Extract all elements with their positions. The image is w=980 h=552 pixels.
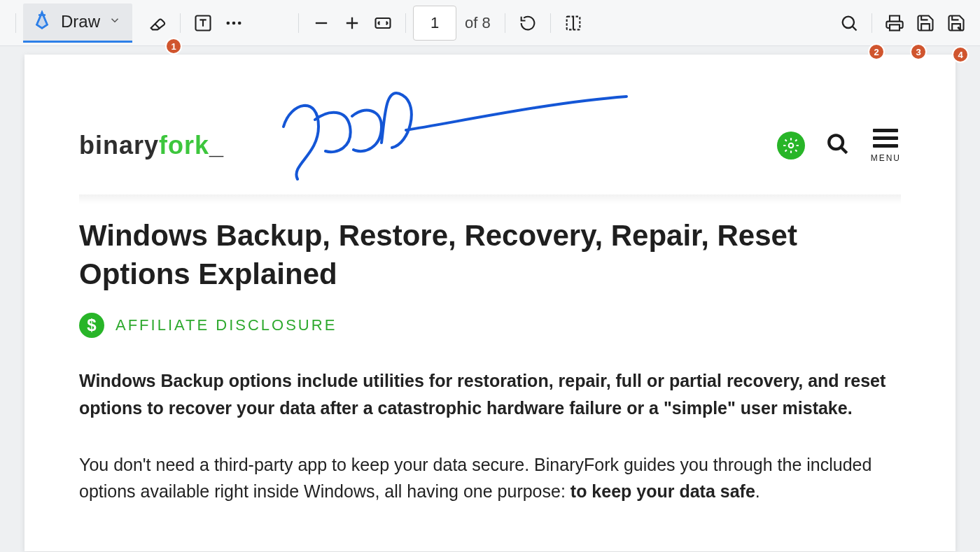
affiliate-disclosure[interactable]: $ AFFILIATE DISCLOSURE: [79, 313, 901, 338]
separator: [405, 13, 406, 33]
pdf-page: binaryfork_ MENU Windows Backup, Restore…: [24, 55, 955, 551]
text: .: [755, 481, 760, 501]
svg-point-2: [232, 21, 236, 24]
article-paragraph: You don't need a third-party app to keep…: [79, 451, 901, 506]
site-search-button[interactable]: [826, 132, 850, 159]
draw-tool-button[interactable]: Draw: [23, 3, 132, 43]
hamburger-icon: [871, 129, 901, 148]
print-button[interactable]: [879, 8, 910, 38]
separator: [298, 13, 299, 33]
separator: [505, 13, 505, 33]
page-view-button[interactable]: [558, 8, 589, 38]
eraser-button[interactable]: [142, 8, 173, 38]
more-tools-button[interactable]: [218, 8, 249, 38]
svg-point-3: [238, 21, 241, 24]
callout-badge-2: 2: [868, 43, 885, 60]
menu-label: MENU: [871, 153, 901, 163]
svg-point-6: [843, 16, 854, 27]
logo-text-2: fork: [159, 131, 209, 160]
site-logo[interactable]: binaryfork_: [79, 131, 223, 160]
settings-gear-icon[interactable]: [777, 132, 805, 160]
callout-badge-3: 3: [910, 43, 927, 60]
svg-point-1: [227, 21, 230, 24]
separator: [872, 13, 872, 33]
page-total-label: of 8: [465, 14, 491, 32]
chevron-down-icon: [108, 14, 121, 29]
save-button[interactable]: [910, 8, 941, 38]
zoom-out-button[interactable]: [306, 8, 337, 38]
separator: [15, 13, 16, 33]
logo-cursor: _: [209, 131, 223, 160]
callout-badge-4: 4: [952, 46, 969, 63]
page-number-input[interactable]: [413, 6, 456, 41]
article-lead: Windows Backup options include utilities…: [79, 367, 901, 422]
draw-tool-label: Draw: [61, 12, 100, 31]
zoom-in-button[interactable]: [337, 8, 368, 38]
text-tool-button[interactable]: [188, 8, 218, 38]
dollar-icon: $: [79, 313, 104, 338]
svg-rect-4: [376, 18, 391, 28]
search-button[interactable]: [834, 8, 864, 38]
document-viewport: binaryfork_ MENU Windows Backup, Restore…: [0, 46, 980, 551]
header-divider: [79, 194, 901, 204]
svg-point-9: [829, 135, 843, 149]
svg-rect-7: [890, 24, 899, 30]
logo-text-1: binary: [79, 131, 159, 160]
separator: [550, 13, 551, 33]
fit-width-button[interactable]: [368, 8, 398, 38]
affiliate-label: AFFILIATE DISCLOSURE: [115, 316, 337, 334]
article-title: Windows Backup, Restore, Recovery, Repai…: [79, 217, 901, 293]
callout-badge-1: 1: [165, 38, 182, 55]
site-header: binaryfork_ MENU: [79, 118, 901, 174]
rotate-button[interactable]: [512, 8, 543, 38]
svg-point-8: [788, 143, 793, 148]
hamburger-menu-button[interactable]: MENU: [871, 129, 901, 163]
save-as-button[interactable]: [941, 8, 972, 38]
text-bold: to keep your data safe: [570, 481, 755, 501]
pen-icon: [31, 10, 52, 34]
separator: [180, 13, 181, 33]
pdf-toolbar: Draw of 8: [0, 0, 980, 46]
